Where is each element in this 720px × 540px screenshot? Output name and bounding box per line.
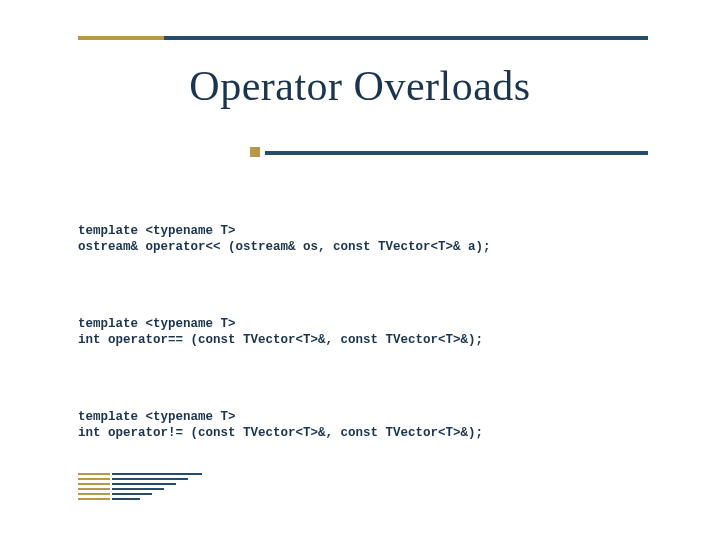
footer-line [78, 488, 208, 490]
slide: Operator Overloads template <typename T>… [0, 0, 720, 540]
code-line: template <typename T> [78, 410, 236, 424]
title-underline [265, 151, 648, 155]
footer-line [78, 478, 208, 480]
code-block-2: template <typename T> int operator== (co… [78, 316, 658, 349]
footer-line [78, 498, 208, 500]
code-line: template <typename T> [78, 224, 236, 238]
footer-line [78, 473, 208, 475]
code-area: template <typename T> ostream& operator<… [78, 190, 658, 502]
code-line: int operator!= (const TVector<T>&, const… [78, 426, 483, 440]
code-line: ostream& operator<< (ostream& os, const … [78, 240, 491, 254]
top-rule-accent [78, 36, 164, 40]
code-block-1: template <typename T> ostream& operator<… [78, 223, 658, 256]
footer-line [78, 493, 208, 495]
title-bullet-icon [250, 147, 260, 157]
code-block-3: template <typename T> int operator!= (co… [78, 409, 658, 442]
footer-line [78, 483, 208, 485]
footer-decoration [78, 470, 208, 500]
slide-title: Operator Overloads [0, 62, 720, 110]
code-line: template <typename T> [78, 317, 236, 331]
code-line: int operator== (const TVector<T>&, const… [78, 333, 483, 347]
